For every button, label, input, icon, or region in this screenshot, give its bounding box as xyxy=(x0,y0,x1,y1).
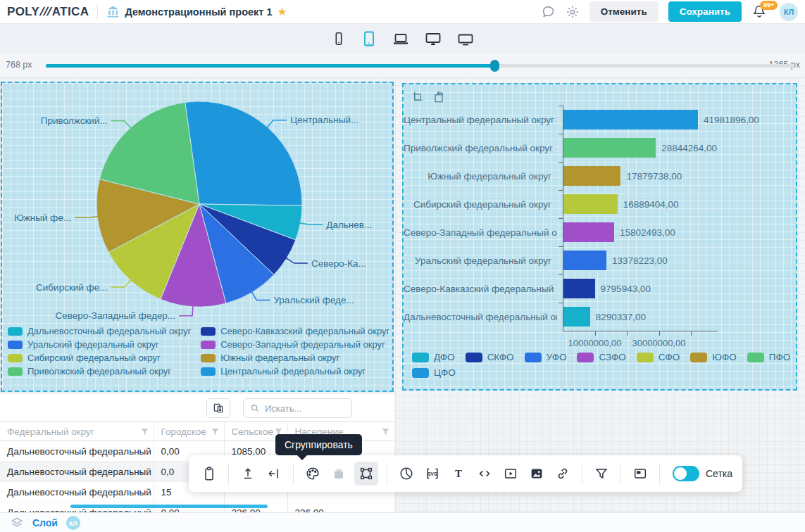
container-icon[interactable] xyxy=(328,462,349,486)
bar-row[interactable]: Дальневосточный федеральный ок...8290337… xyxy=(404,303,796,331)
bar[interactable] xyxy=(563,307,590,327)
pie-legend: Дальневосточный федеральный округСеверо-… xyxy=(2,324,392,378)
layer-tab[interactable]: Слой xyxy=(32,517,58,528)
link-icon[interactable] xyxy=(552,462,573,486)
legend-item[interactable]: СЗФО xyxy=(577,352,625,362)
legend-item[interactable]: ЮФО xyxy=(690,352,736,362)
table-column-header[interactable]: Федеральный округ xyxy=(0,422,154,441)
legend-item[interactable]: Северо-Кавказский федеральный округ xyxy=(201,326,389,336)
legend-item[interactable]: Приволжский федеральный округ xyxy=(8,366,191,376)
device-tablet-icon[interactable] xyxy=(361,30,377,47)
upload-icon[interactable] xyxy=(237,462,258,486)
search-input[interactable] xyxy=(265,403,342,414)
device-desktop-icon[interactable] xyxy=(424,30,442,47)
logo-text-left: POLY xyxy=(7,5,39,19)
bar-row[interactable]: Уральский федеральный округ13378223,00 xyxy=(404,246,796,274)
legend-item[interactable]: СКФО xyxy=(466,352,514,362)
undo-shape-icon[interactable] xyxy=(432,90,446,106)
x-axis-tick-label: 10000000,00 xyxy=(568,338,622,348)
legend-swatch xyxy=(466,353,482,362)
bar[interactable] xyxy=(563,222,614,242)
legend-swatch xyxy=(8,327,23,336)
layers-icon[interactable] xyxy=(10,516,24,530)
bar-row[interactable]: Северо-Западный федеральный ок...1580249… xyxy=(404,218,796,246)
pie-slice[interactable] xyxy=(185,101,302,205)
table-search[interactable] xyxy=(243,398,352,418)
legend-label: ДФО xyxy=(434,352,455,362)
favorite-star-icon[interactable]: ★ xyxy=(277,6,287,18)
notifications-bell-icon[interactable]: 99+ xyxy=(751,4,770,20)
pie-callout-label: Приволжский... xyxy=(41,115,108,126)
columns-settings-icon[interactable] xyxy=(206,398,230,418)
table-column-header[interactable]: Городское xyxy=(154,422,224,441)
palette-icon[interactable] xyxy=(302,462,323,486)
legend-item[interactable]: Южный федеральный округ xyxy=(201,353,389,363)
table-cell: Дальневосточный федеральный округ xyxy=(0,441,154,462)
save-button[interactable]: Сохранить xyxy=(668,1,742,22)
legend-item[interactable]: Уральский федеральный округ xyxy=(8,339,191,350)
bar-row[interactable]: Южный федеральный округ17879738,00 xyxy=(404,162,796,190)
dashboard-canvas[interactable]: Центральный...Дальнев...Северо-Ка...Урал… xyxy=(0,77,805,512)
legend-swatch xyxy=(201,341,216,349)
settings-gear-icon[interactable] xyxy=(566,5,580,19)
page-title: Демонстрационный проект 1 xyxy=(125,6,272,18)
bar[interactable] xyxy=(563,251,606,270)
bar[interactable] xyxy=(563,194,618,214)
svg-icon[interactable]: SVG xyxy=(422,462,443,486)
logo-slashes: /// xyxy=(39,5,52,19)
text-icon[interactable]: T xyxy=(448,462,469,486)
crop-icon[interactable] xyxy=(411,90,425,106)
grid-toggle[interactable]: Сетка xyxy=(673,466,732,481)
legend-item[interactable]: СФО xyxy=(637,352,680,362)
legend-label: Дальневосточный федеральный округ xyxy=(27,326,191,336)
legend-item[interactable]: Сибирский федеральный округ xyxy=(8,353,191,363)
clipboard-icon[interactable] xyxy=(199,462,220,486)
x-axis-tick xyxy=(595,331,596,336)
legend-label: Южный федеральный округ xyxy=(220,353,339,363)
legend-item[interactable]: ЦФО xyxy=(412,367,456,378)
avatar[interactable]: КЛ xyxy=(780,3,798,21)
layer-badge: кл xyxy=(66,516,80,530)
grid-toggle-track[interactable] xyxy=(673,466,699,481)
legend-swatch xyxy=(690,353,707,362)
bar[interactable] xyxy=(563,110,698,129)
bar-row[interactable]: Приволжский федеральный округ28844264,00 xyxy=(404,134,796,162)
video-icon[interactable] xyxy=(500,462,521,486)
legend-item[interactable]: УФО xyxy=(525,352,567,362)
filter-funnel-icon[interactable] xyxy=(140,427,149,436)
bar-widget[interactable]: Центральный федеральный округ41981896,00… xyxy=(402,83,797,391)
filter-funnel-icon[interactable] xyxy=(381,427,390,436)
chat-icon[interactable] xyxy=(541,4,556,19)
insert-left-icon[interactable] xyxy=(263,462,285,486)
bar[interactable] xyxy=(563,279,595,298)
pie-widget[interactable]: Центральный...Дальнев...Северо-Ка...Урал… xyxy=(1,82,394,392)
bar-row[interactable]: Центральный федеральный округ41981896,00 xyxy=(404,106,796,134)
device-laptop-icon[interactable] xyxy=(392,30,410,47)
legend-item[interactable]: Центральный федеральный округ xyxy=(201,366,389,376)
image-icon[interactable] xyxy=(526,462,547,486)
panel-layout-icon[interactable] xyxy=(630,462,651,486)
legend-item[interactable]: Северо-Западный федеральный округ xyxy=(201,339,389,350)
slider-thumb[interactable] xyxy=(490,60,499,72)
device-phone-icon[interactable] xyxy=(331,30,347,47)
legend-item[interactable]: ДФО xyxy=(412,352,455,362)
filter-funnel-icon[interactable] xyxy=(211,427,220,436)
cancel-button[interactable]: Отменить xyxy=(589,1,659,22)
device-tv-icon[interactable] xyxy=(456,30,475,47)
filter-icon[interactable] xyxy=(591,462,612,486)
bar-row[interactable]: Сибирский федеральный округ16889404,00 xyxy=(404,190,796,218)
pie-chart-icon[interactable] xyxy=(396,462,417,486)
table-horizontal-scrollbar[interactable] xyxy=(70,505,268,508)
bar-value-label: 28844264,00 xyxy=(661,143,717,153)
tooltip: Сгруппировать xyxy=(275,434,362,455)
width-slider[interactable] xyxy=(46,64,794,68)
group-icon[interactable] xyxy=(354,462,378,486)
bar-x-axis: 10000000,0030000000,00 xyxy=(563,331,718,350)
bar-value-label: 8290337,00 xyxy=(596,312,646,322)
bar[interactable] xyxy=(563,138,656,158)
bar-row[interactable]: Северо-Кавказский федеральный ...9795943… xyxy=(404,274,796,303)
bar[interactable] xyxy=(563,166,620,186)
legend-item[interactable]: Дальневосточный федеральный округ xyxy=(8,326,191,336)
legend-item[interactable]: ПФО xyxy=(747,352,790,362)
code-icon[interactable] xyxy=(474,462,495,486)
